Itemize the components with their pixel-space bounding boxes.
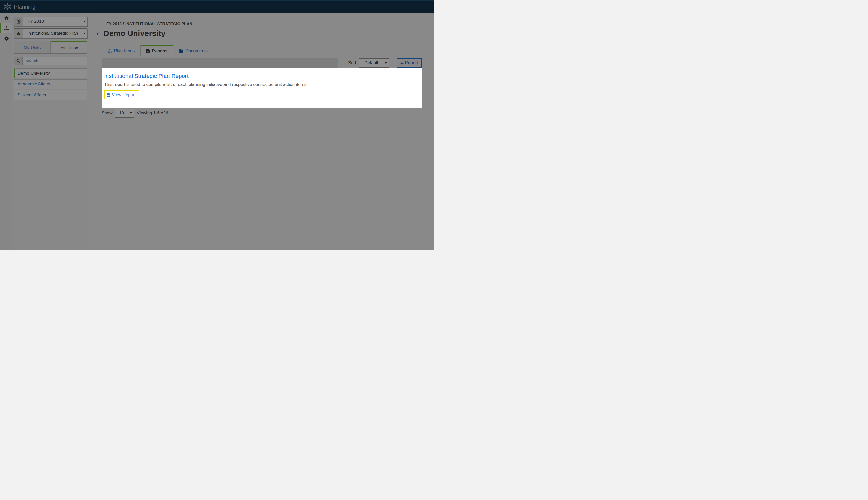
plan-select[interactable]: Institutional Strategic Plan [14, 29, 87, 38]
tab-documents-label: Documents [185, 48, 208, 54]
planning-app-logo-icon [4, 3, 11, 11]
page-size-value: 10 [115, 111, 128, 116]
sidebar-tabs: My Units Institution [14, 41, 87, 54]
title-row: ‹ Demo University [97, 27, 166, 39]
folder-icon [179, 49, 183, 53]
sidebar: FY 2018 Institutional Strategic Plan My … [12, 13, 89, 250]
calendar-icon [16, 19, 21, 23]
unit-label: Student Affairs [18, 92, 46, 98]
card-separator [102, 106, 422, 106]
unit-label: Academic Affairs [18, 82, 50, 87]
report-card: Institutional Strategic Plan Report This… [102, 68, 422, 108]
sort-value: Default [359, 60, 383, 66]
unit-list: Demo University Academic Affairs Student… [14, 68, 87, 100]
plus-icon: + [401, 60, 404, 66]
file-icon [107, 93, 110, 97]
rail-settings-button[interactable] [0, 33, 12, 44]
unit-item-demo-university[interactable]: Demo University [14, 68, 87, 78]
unit-item-student-affairs[interactable]: Student Affairs [14, 90, 87, 100]
tab-my-units[interactable]: My Units [14, 41, 50, 54]
gear-icon [4, 36, 9, 41]
file-icon [146, 49, 150, 53]
chevron-down-icon [383, 62, 388, 64]
sitemap-icon [4, 26, 9, 30]
tour-highlight-box: View Report [104, 90, 139, 100]
collapse-sidebar-button[interactable]: ‹ [97, 27, 100, 39]
rail-home-button[interactable] [0, 13, 12, 23]
tab-my-units-label: My Units [23, 45, 41, 50]
tab-institution[interactable]: Institution [50, 41, 88, 54]
sidebar-search [14, 57, 87, 65]
tab-documents[interactable]: Documents [173, 45, 213, 56]
add-report-label: Report [405, 60, 418, 66]
chevron-down-icon [82, 29, 87, 38]
viewing-status: Viewing 1-6 of 6 [137, 111, 168, 116]
add-report-button[interactable]: + Report [397, 58, 421, 68]
fiscal-year-value: FY 2018 [23, 17, 82, 26]
plan-value: Institutional Strategic Plan [23, 29, 82, 38]
report-description: This report is used to compile a list of… [104, 82, 417, 87]
search-icon [16, 59, 20, 63]
breadcrumb: FY 2018 / INSTITUTIONAL STRATEGIC PLAN [106, 21, 192, 26]
sort-select[interactable]: Default [359, 58, 389, 68]
reports-toolbar: Sort Default + Report [102, 58, 421, 68]
tab-institution-label: Institution [59, 45, 78, 50]
tab-reports-label: Reports [152, 48, 167, 54]
sitemap-icon [16, 32, 21, 35]
icon-rail [0, 13, 12, 250]
chevron-down-icon [128, 112, 134, 114]
top-navbar: Planning [0, 0, 434, 13]
title-divider [102, 27, 102, 39]
report-filter-input[interactable] [102, 58, 338, 68]
rail-units-button[interactable] [0, 23, 12, 33]
content-tabs: Plan Items Reports Documents [102, 45, 426, 56]
unit-label: Demo University [18, 71, 50, 76]
view-report-link[interactable]: View Report [107, 92, 136, 98]
report-title-link[interactable]: Institutional Strategic Plan Report [104, 73, 417, 80]
search-input[interactable] [23, 57, 87, 65]
main-content: FY 2018 / INSTITUTIONAL STRATEGIC PLAN ‹… [89, 13, 434, 250]
tab-plan-items[interactable]: Plan Items [102, 45, 140, 56]
app-title: Planning [14, 4, 35, 10]
pager: Show 10 Viewing 1-6 of 6 [102, 109, 168, 117]
view-report-label: View Report [112, 92, 136, 98]
sort-label: Sort [348, 60, 356, 66]
show-label: Show [102, 111, 113, 116]
page-title: Demo University [104, 29, 166, 38]
tab-plan-items-label: Plan Items [114, 48, 135, 54]
tab-reports[interactable]: Reports [140, 45, 173, 56]
sitemap-icon [108, 49, 112, 53]
page-size-select[interactable]: 10 [115, 109, 134, 117]
fiscal-year-select[interactable]: FY 2018 [14, 16, 87, 26]
chevron-down-icon [82, 17, 87, 26]
unit-item-academic-affairs[interactable]: Academic Affairs [14, 79, 87, 89]
home-icon [4, 16, 9, 20]
